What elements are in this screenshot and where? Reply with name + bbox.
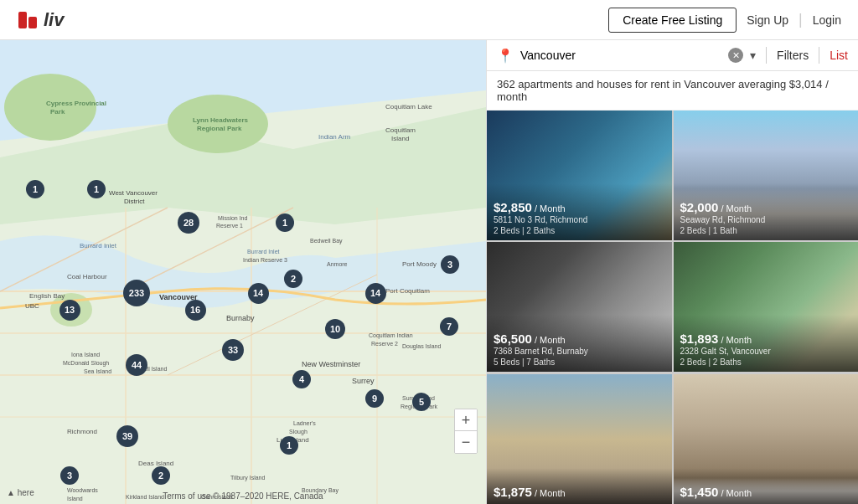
summary-text: 362 apartments and houses for rent in Va… [497, 78, 829, 103]
map-cluster-c22[interactable]: 2 [152, 466, 170, 485]
svg-text:UBC: UBC [25, 302, 39, 310]
svg-text:District: District [124, 198, 145, 205]
listing-card-l1[interactable]: $2,850 / Month5811 No 3 Rd, Richmond2 Be… [487, 111, 672, 240]
map-cluster-c12[interactable]: 10 [325, 319, 345, 339]
map-attribution: ▲ here Terms of use © 1987–2020 HERE, Ca… [0, 491, 486, 501]
svg-point-5 [4, 74, 96, 141]
svg-text:Anmore: Anmore [327, 261, 348, 267]
listing-overlay-l4: $1,893 / Month2328 Galt St, Vancouver2 B… [674, 315, 859, 372]
map-cluster-c20[interactable]: 1 [280, 436, 298, 455]
map-cluster-c5[interactable]: 233 [123, 280, 150, 306]
search-bar: 📍 ✕ ▾ Filters List [487, 40, 858, 71]
svg-text:Douglas Island: Douglas Island [402, 343, 441, 350]
svg-text:Park: Park [50, 108, 65, 116]
zoom-out-button[interactable]: − [455, 431, 477, 453]
listing-card-l4[interactable]: $1,893 / Month2328 Galt St, Vancouver2 B… [674, 242, 859, 372]
main-layout: Cypress Provincial Park Lynn Headwaters … [0, 40, 858, 504]
attribution-text: Terms of use © 1987–2020 HERE, Canada [163, 491, 323, 501]
listing-overlay-l6: $1,450 / Month [674, 468, 859, 504]
svg-text:Cypress Provincial: Cypress Provincial [46, 100, 106, 107]
svg-text:Coal Harbour: Coal Harbour [67, 273, 107, 280]
svg-text:New Westminster: New Westminster [302, 360, 360, 368]
create-listing-button[interactable]: Create Free Listing [608, 8, 737, 33]
here-logo: ▲ here [7, 488, 34, 497]
svg-text:West Vancouver: West Vancouver [109, 189, 158, 197]
listings-panel: 📍 ✕ ▾ Filters List 362 apartments and ho… [486, 40, 858, 504]
svg-text:Indian Arm: Indian Arm [318, 133, 351, 141]
listing-details-l2: 2 Beds | 1 Bath [680, 226, 852, 235]
listings-grid: $2,850 / Month5811 No 3 Rd, Richmond2 Be… [487, 111, 858, 504]
svg-text:Coquitlam: Coquitlam [385, 126, 416, 134]
listing-overlay-l3: $6,500 / Month7368 Barnet Rd, Burnaby5 B… [487, 315, 672, 372]
logo-icon [17, 8, 40, 32]
map-cluster-c4[interactable]: 28 [178, 212, 199, 234]
filters-button[interactable]: Filters [777, 49, 809, 62]
listing-price-l5: $1,875 / Month [494, 485, 665, 499]
listing-address-l2: Seaway Rd, Richmond [680, 215, 852, 224]
list-divider [819, 47, 819, 64]
svg-text:Port Coquitlam: Port Coquitlam [385, 287, 430, 295]
svg-text:Regional Park: Regional Park [197, 125, 242, 132]
clear-search-button[interactable]: ✕ [728, 48, 743, 63]
svg-text:Burrard Inlet: Burrard Inlet [80, 242, 117, 249]
svg-text:Deas Island: Deas Island [138, 460, 173, 467]
map-zoom-controls: + − [454, 409, 478, 454]
svg-text:Surrey: Surrey [352, 377, 375, 385]
listing-overlay-l2: $2,000 / MonthSeaway Rd, Richmond2 Beds … [674, 183, 859, 240]
header: liv Create Free Listing Sign Up | Login [0, 0, 858, 40]
map-cluster-c16[interactable]: 5 [412, 393, 431, 411]
map-cluster-c19[interactable]: 39 [116, 425, 138, 447]
search-divider [766, 47, 767, 64]
svg-text:English Bay: English Bay [29, 292, 65, 300]
location-search-input[interactable] [520, 49, 721, 62]
svg-text:Slough: Slough [289, 429, 308, 435]
summary: 362 apartments and houses for rent in Va… [487, 71, 858, 111]
listing-address-l1: 5811 No 3 Rd, Richmond [494, 215, 665, 224]
svg-text:Bedwell Bay: Bedwell Bay [310, 238, 343, 244]
svg-text:Island: Island [391, 135, 409, 142]
list-button[interactable]: List [830, 49, 848, 62]
svg-rect-1 [28, 17, 37, 28]
listing-card-l5[interactable]: $1,875 / Month [487, 374, 672, 504]
logo[interactable]: liv [17, 8, 64, 32]
listing-address-l4: 2328 Galt St, Vancouver [680, 347, 852, 356]
map-area[interactable]: Cypress Provincial Park Lynn Headwaters … [0, 40, 486, 504]
svg-text:Reserve 2: Reserve 2 [371, 341, 398, 347]
map-cluster-c15[interactable]: 9 [365, 389, 384, 408]
map-cluster-c10[interactable]: 2 [284, 270, 302, 288]
map-cluster-c2[interactable]: 1 [87, 180, 106, 198]
svg-text:Ladner's: Ladner's [293, 420, 316, 426]
map-cluster-c17[interactable]: 44 [126, 354, 147, 376]
map-cluster-c8[interactable]: 14 [365, 283, 386, 304]
listing-card-l6[interactable]: $1,450 / Month [674, 374, 859, 504]
map-cluster-c14[interactable]: 4 [292, 370, 311, 388]
header-divider: | [799, 11, 803, 28]
listing-address-l3: 7368 Barnet Rd, Burnaby [494, 347, 665, 356]
map-cluster-c13[interactable]: 33 [222, 339, 244, 361]
map-cluster-c21[interactable]: 3 [60, 466, 79, 485]
listing-card-l2[interactable]: $2,000 / MonthSeaway Rd, Richmond2 Beds … [674, 111, 859, 240]
map-cluster-c18[interactable]: 13 [59, 300, 80, 321]
map-cluster-c11[interactable]: 7 [440, 317, 458, 336]
svg-text:Port Moody: Port Moody [402, 260, 437, 268]
map-cluster-c9[interactable]: 3 [441, 255, 459, 274]
chevron-down-button[interactable]: ▾ [750, 49, 756, 62]
listing-price-l4: $1,893 / Month [680, 332, 852, 346]
svg-text:Coquitlam Indian: Coquitlam Indian [369, 332, 413, 339]
listing-overlay-l1: $2,850 / Month5811 No 3 Rd, Richmond2 Be… [487, 183, 672, 240]
listing-price-l3: $6,500 / Month [494, 332, 665, 346]
login-button[interactable]: Login [813, 13, 841, 27]
listing-price-l6: $1,450 / Month [680, 485, 852, 499]
sign-up-button[interactable]: Sign Up [747, 13, 788, 27]
listing-details-l3: 5 Beds | 7 Baths [494, 357, 665, 367]
listing-card-l3[interactable]: $6,500 / Month7368 Barnet Rd, Burnaby5 B… [487, 242, 672, 372]
map-cluster-c1[interactable]: 1 [26, 180, 44, 198]
map-cluster-c3[interactable]: 1 [276, 213, 294, 232]
svg-text:Lynn Headwaters: Lynn Headwaters [193, 116, 248, 124]
location-icon: 📍 [497, 48, 514, 64]
logo-text: liv [44, 9, 64, 31]
zoom-in-button[interactable]: + [455, 409, 477, 431]
listing-price-l1: $2,850 / Month [494, 200, 665, 214]
map-cluster-c6[interactable]: 16 [185, 300, 206, 321]
map-cluster-c7[interactable]: 14 [248, 283, 269, 304]
